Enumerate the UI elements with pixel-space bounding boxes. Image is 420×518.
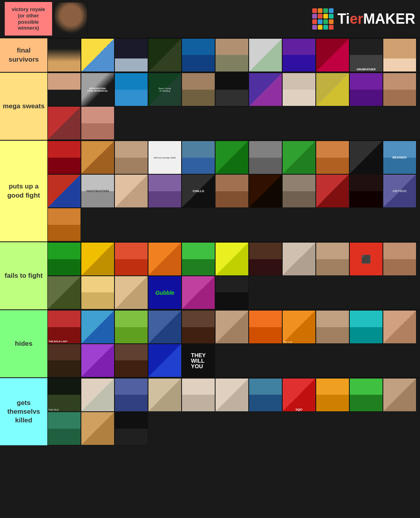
list-item[interactable] xyxy=(316,141,349,174)
list-item[interactable]: Boon Circleof Healing xyxy=(148,73,182,106)
list-item[interactable] xyxy=(349,141,383,174)
list-item[interactable] xyxy=(114,378,148,412)
list-item[interactable] xyxy=(215,174,249,208)
list-item[interactable] xyxy=(47,276,81,309)
list-item[interactable] xyxy=(383,378,416,412)
list-item[interactable] xyxy=(316,38,349,72)
list-item[interactable]: GRUBFATHER xyxy=(349,38,383,72)
logo-dot xyxy=(318,8,322,13)
list-item[interactable] xyxy=(249,38,282,72)
list-item[interactable] xyxy=(215,73,249,106)
list-item[interactable] xyxy=(215,242,249,276)
list-item[interactable] xyxy=(81,106,114,140)
list-item[interactable] xyxy=(148,378,182,412)
list-item[interactable] xyxy=(282,73,316,106)
list-item[interactable] xyxy=(47,174,81,208)
list-item[interactable] xyxy=(182,73,215,106)
list-item[interactable]: Tiger a go! xyxy=(282,310,316,344)
list-item-mrbeast[interactable] xyxy=(383,38,416,72)
list-item[interactable]: SQIO xyxy=(282,378,316,412)
list-item[interactable] xyxy=(81,141,114,174)
list-item[interactable]: BEANED! xyxy=(383,141,416,174)
list-item[interactable] xyxy=(47,242,81,276)
list-item[interactable] xyxy=(316,73,349,106)
list-item[interactable] xyxy=(114,344,148,377)
list-item[interactable] xyxy=(148,174,182,208)
list-item[interactable]: THEYWILLYOU xyxy=(182,344,215,377)
list-item[interactable] xyxy=(215,141,249,174)
list-item[interactable]: GHOSTBUSTERS xyxy=(81,174,114,208)
logo-dot xyxy=(329,19,334,24)
list-item[interactable]: ⬛ xyxy=(349,242,383,276)
list-item[interactable] xyxy=(47,141,81,174)
list-item[interactable] xyxy=(316,378,349,412)
list-item[interactable] xyxy=(114,73,148,106)
list-item[interactable] xyxy=(182,378,215,412)
list-item[interactable] xyxy=(282,38,316,72)
tier-row-killed: getsthemselvskilled THE ISLE SQIO xyxy=(0,377,420,445)
list-item[interactable] xyxy=(282,242,316,276)
list-item[interactable] xyxy=(349,310,383,344)
list-item[interactable]: THE ISLE xyxy=(47,378,81,412)
list-item[interactable] xyxy=(182,310,215,344)
victory-char-cell[interactable] xyxy=(54,2,88,36)
list-item[interactable] xyxy=(316,310,349,344)
list-item[interactable] xyxy=(81,276,114,309)
list-item[interactable] xyxy=(349,378,383,412)
list-item[interactable] xyxy=(249,310,282,344)
list-item[interactable] xyxy=(282,141,316,174)
list-item[interactable] xyxy=(383,73,416,106)
list-item[interactable] xyxy=(47,38,81,72)
list-item[interactable] xyxy=(182,141,215,174)
list-item[interactable]: Gubble xyxy=(148,276,182,309)
list-item[interactable] xyxy=(148,344,182,377)
list-item[interactable] xyxy=(81,378,114,412)
list-item[interactable] xyxy=(148,242,182,276)
list-item[interactable] xyxy=(215,378,249,412)
list-item[interactable] xyxy=(81,310,114,344)
list-item[interactable] xyxy=(47,344,81,377)
list-item[interactable] xyxy=(282,174,316,208)
list-item[interactable] xyxy=(182,38,215,72)
list-item[interactable] xyxy=(249,378,282,412)
list-item[interactable] xyxy=(215,38,249,72)
list-item[interactable] xyxy=(148,310,182,344)
list-item[interactable] xyxy=(81,344,114,377)
list-item[interactable] xyxy=(316,174,349,208)
list-item[interactable] xyxy=(316,242,349,276)
list-item[interactable] xyxy=(114,242,148,276)
page-header: victory royale(or otherpossiblewinners) xyxy=(0,0,420,38)
tier-label-killed: getsthemselvskilled xyxy=(0,378,47,445)
list-item[interactable] xyxy=(114,141,148,174)
list-item[interactable] xyxy=(114,310,148,344)
list-item[interactable] xyxy=(81,412,114,445)
list-item[interactable]: THE BALD LADY xyxy=(47,310,81,344)
list-item[interactable] xyxy=(81,38,114,72)
list-item[interactable] xyxy=(47,106,81,140)
list-item[interactable] xyxy=(249,174,282,208)
list-item[interactable]: CHILLS xyxy=(182,174,215,208)
list-item[interactable]: bible text passage visible xyxy=(148,141,182,174)
list-item[interactable] xyxy=(349,174,383,208)
list-item[interactable] xyxy=(349,73,383,106)
list-item[interactable] xyxy=(47,412,81,445)
list-item[interactable] xyxy=(81,242,114,276)
list-item[interactable] xyxy=(114,38,148,72)
list-item[interactable] xyxy=(249,73,282,106)
list-item[interactable] xyxy=(383,242,416,276)
list-item[interactable]: k5678932 xyxy=(383,174,416,208)
list-item[interactable] xyxy=(114,174,148,208)
list-item[interactable] xyxy=(114,412,148,445)
list-item[interactable] xyxy=(249,141,282,174)
list-item[interactable] xyxy=(249,242,282,276)
list-item[interactable]: INTRODUCINGFAZE MONGRAAL xyxy=(81,73,114,106)
list-item[interactable] xyxy=(47,73,81,106)
list-item[interactable] xyxy=(148,38,182,72)
list-item[interactable] xyxy=(114,276,148,309)
list-item[interactable] xyxy=(47,208,81,241)
list-item[interactable] xyxy=(383,310,416,344)
list-item[interactable] xyxy=(215,310,249,344)
list-item[interactable] xyxy=(182,242,215,276)
list-item[interactable] xyxy=(182,276,215,309)
list-item[interactable] xyxy=(215,276,249,309)
